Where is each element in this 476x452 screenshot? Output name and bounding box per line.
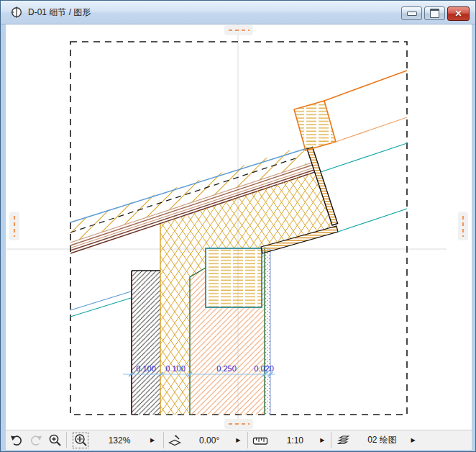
- inner-wall-column: [132, 271, 160, 415]
- toolbar-separator: [163, 432, 164, 448]
- orientation-button[interactable]: [167, 433, 183, 448]
- zoom-in-button[interactable]: [47, 433, 63, 448]
- fit-in-window-button[interactable]: [73, 433, 88, 448]
- toolbar-separator: [66, 432, 67, 448]
- magnifier-plus-icon: [48, 433, 63, 448]
- detail-drawing-window: D-01 细节 / 图形 ✕: [0, 0, 476, 452]
- window-title: D-01 细节 / 图形: [28, 6, 91, 19]
- curved-forward-arrow-icon: [29, 433, 43, 448]
- minimize-button[interactable]: [401, 6, 422, 20]
- detail-drawing: 0.100 0.100 0.250 0.020: [6, 24, 472, 430]
- rotation-menu-arrow[interactable]: ▶: [236, 437, 240, 443]
- maximize-icon: [430, 9, 439, 18]
- wood-blocking: [294, 101, 336, 150]
- minimize-icon: [407, 12, 417, 16]
- toolbar-separator: [331, 432, 331, 448]
- tilted-plane-pencil-icon: [168, 433, 182, 448]
- soffit-lines: [70, 291, 131, 317]
- previous-view-button[interactable]: [9, 433, 24, 448]
- ring-beam: [206, 248, 262, 307]
- dimension-text-4: 0.020: [254, 364, 274, 373]
- dimension-text-1: 0.100: [136, 364, 156, 373]
- scale-button[interactable]: [251, 433, 270, 448]
- curved-back-arrow-icon: [9, 433, 24, 448]
- close-icon: ✕: [454, 9, 462, 18]
- active-layer-value[interactable]: 02 绘图: [353, 434, 411, 446]
- zoom-menu-arrow[interactable]: ▶: [150, 437, 155, 443]
- dimension-text-2: 0.100: [165, 364, 186, 373]
- layer-button[interactable]: [334, 433, 353, 448]
- layer-menu-arrow[interactable]: ▶: [411, 437, 415, 443]
- layers-icon: [336, 433, 352, 448]
- ruler-icon: [252, 433, 268, 448]
- quick-options-bar: 132% ▶ 0.00° ▶ 1:10 ▶: [6, 430, 472, 450]
- title-bar[interactable]: D-01 细节 / 图形 ✕: [1, 1, 475, 24]
- zoom-level-value[interactable]: 132%: [88, 435, 150, 446]
- detail-marker-icon: [10, 6, 23, 19]
- close-button[interactable]: ✕: [447, 6, 470, 21]
- plaster-strip: [264, 247, 272, 415]
- drawing-scale-value[interactable]: 1:10: [270, 435, 320, 446]
- next-view-button[interactable]: [28, 433, 44, 448]
- dimension-text-3: 0.250: [216, 364, 237, 373]
- drawing-canvas[interactable]: 0.100 0.100 0.250 0.020: [6, 24, 472, 430]
- rotation-angle-value[interactable]: 0.00°: [183, 435, 236, 446]
- rafter-lines: [321, 71, 407, 232]
- maximize-button[interactable]: [424, 6, 445, 20]
- magnifier-fit-icon: [73, 433, 88, 448]
- toolbar-separator: [247, 432, 248, 448]
- scale-menu-arrow[interactable]: ▶: [320, 437, 324, 443]
